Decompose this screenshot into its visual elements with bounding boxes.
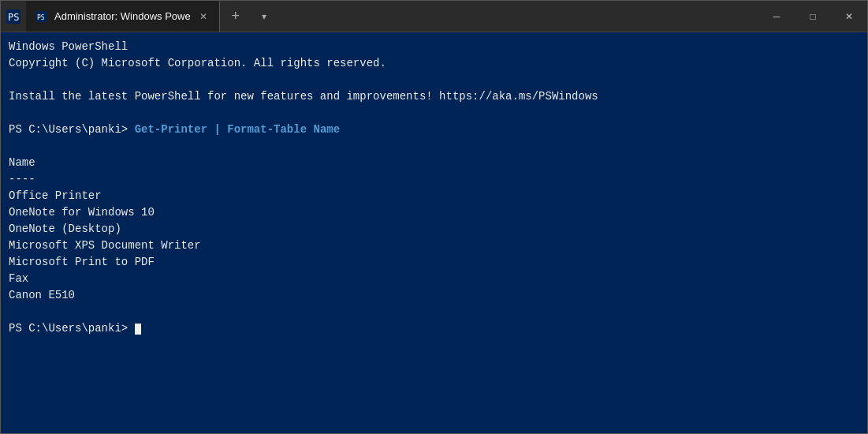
line-8-name-header: Name xyxy=(9,155,859,171)
titlebar: PS PS Administrator: Windows Powe ✕ + ▾ … xyxy=(1,1,867,32)
line-15-printer-6: Fax xyxy=(9,271,859,287)
line-4: Install the latest PowerShell for new fe… xyxy=(9,88,859,105)
line-11-printer-2: OneNote for Windows 10 xyxy=(9,204,859,221)
maximize-button[interactable]: □ xyxy=(795,1,831,32)
window-icon: PS xyxy=(1,1,26,32)
close-button[interactable]: ✕ xyxy=(831,1,867,32)
minimize-button[interactable]: ─ xyxy=(758,1,795,32)
cursor xyxy=(135,324,141,335)
new-tab-button[interactable]: + xyxy=(220,1,251,32)
tab-title: Administrator: Windows Powe xyxy=(54,10,191,22)
titlebar-left: PS PS Administrator: Windows Powe ✕ + ▾ xyxy=(1,1,758,32)
line-6-command: PS C:\Users\panki> Get-Printer | Format-… xyxy=(9,122,859,138)
window: PS PS Administrator: Windows Powe ✕ + ▾ … xyxy=(0,0,868,434)
line-1: Windows PowerShell xyxy=(9,39,859,55)
terminal-output[interactable]: Windows PowerShell Copyright (C) Microso… xyxy=(1,32,867,433)
line-12-printer-3: OneNote (Desktop) xyxy=(9,221,859,238)
line-14-printer-5: Microsoft Print to PDF xyxy=(9,254,859,271)
command-text: Get-Printer | Format-Table Name xyxy=(135,123,340,136)
line-16-printer-7: Canon E510 xyxy=(9,287,859,304)
line-5 xyxy=(9,105,859,122)
line-7 xyxy=(9,138,859,155)
line-9-separator: ---- xyxy=(9,171,859,188)
line-3 xyxy=(9,72,859,88)
tab-dropdown-button[interactable]: ▾ xyxy=(251,1,277,32)
line-13-printer-4: Microsoft XPS Document Writer xyxy=(9,238,859,254)
tab-powershell-icon: PS xyxy=(35,10,48,23)
tab-close-button[interactable]: ✕ xyxy=(197,10,210,23)
line-17 xyxy=(9,304,859,320)
line-18-active-prompt: PS C:\Users\panki> xyxy=(9,320,859,337)
active-tab[interactable]: PS Administrator: Windows Powe ✕ xyxy=(26,1,220,32)
line-2: Copyright (C) Microsoft Corporation. All… xyxy=(9,55,859,72)
prompt-1: PS C:\Users\panki> xyxy=(9,123,135,136)
svg-text:PS: PS xyxy=(8,12,19,23)
window-controls: ─ □ ✕ xyxy=(758,1,867,32)
svg-text:PS: PS xyxy=(37,14,45,21)
line-10-printer-1: Office Printer xyxy=(9,188,859,204)
prompt-2: PS C:\Users\panki> xyxy=(9,322,135,335)
